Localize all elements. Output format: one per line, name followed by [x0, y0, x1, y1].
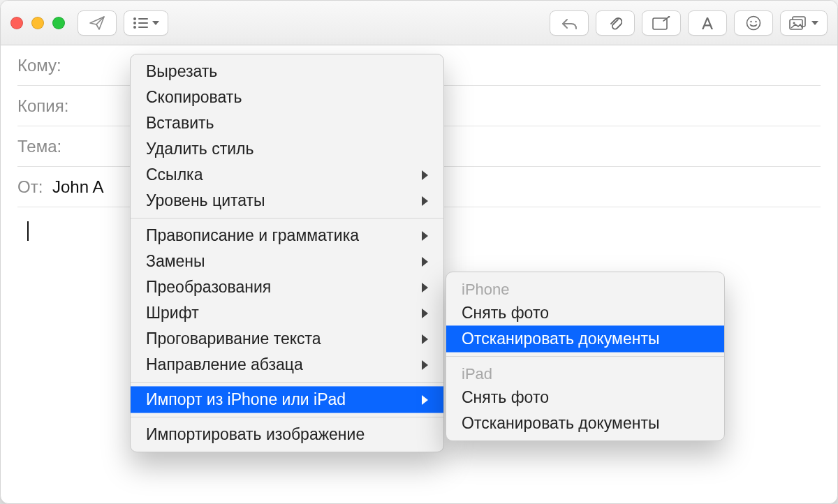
svg-point-4: [133, 26, 136, 29]
emoji-button[interactable]: [734, 10, 773, 36]
submenu-header-iphone: iPhone: [446, 276, 724, 300]
menu-item-spelling[interactable]: Правописание и грамматика: [131, 223, 443, 249]
chevron-down-icon: [152, 21, 159, 25]
minimize-window-button[interactable]: [31, 17, 44, 29]
submenu-arrow-icon: [422, 309, 428, 318]
menu-item-substitutions[interactable]: Замены: [131, 249, 443, 274]
paper-plane-icon: [89, 15, 105, 31]
submenu-item-ipad-scan-documents[interactable]: Отсканировать документы: [446, 410, 724, 436]
from-value: John A: [52, 177, 103, 197]
submenu-item-iphone-scan-documents[interactable]: Отсканировать документы: [446, 326, 724, 352]
submenu-header-ipad: iPad: [446, 361, 724, 385]
smiley-icon: [746, 15, 761, 31]
svg-point-0: [133, 17, 136, 20]
titlebar: [1, 1, 837, 45]
menu-item-paragraph-direction[interactable]: Направление абзаца: [131, 352, 443, 378]
context-menu: Вырезать Скопировать Вставить Удалить ст…: [130, 54, 444, 452]
svg-rect-5: [138, 27, 148, 28]
menu-item-font[interactable]: Шрифт: [131, 300, 443, 326]
svg-point-9: [750, 20, 751, 22]
svg-point-13: [793, 22, 795, 24]
cc-label: Копия:: [17, 96, 71, 116]
menu-item-quote-level[interactable]: Уровень цитаты: [131, 188, 443, 214]
menu-item-link[interactable]: Ссылка: [131, 162, 443, 188]
to-label: Кому:: [17, 56, 71, 75]
submenu-arrow-icon: [422, 170, 428, 180]
photo-browser-button[interactable]: [780, 10, 828, 36]
subject-label: Тема:: [17, 137, 71, 156]
menu-separator: [131, 417, 443, 417]
svg-rect-3: [138, 22, 148, 24]
submenu-arrow-icon: [422, 196, 428, 206]
reply-button[interactable]: [550, 10, 589, 36]
svg-point-7: [669, 16, 670, 17]
svg-rect-1: [138, 18, 148, 20]
list-icon: [133, 17, 148, 29]
submenu-arrow-icon: [422, 395, 428, 405]
paperclip-icon: [608, 15, 622, 31]
chevron-down-icon: [811, 21, 818, 25]
menu-item-paste[interactable]: Вставить: [131, 110, 443, 136]
import-submenu: iPhone Снять фото Отсканировать документ…: [446, 272, 725, 441]
submenu-item-iphone-take-photo[interactable]: Снять фото: [446, 300, 724, 326]
menu-item-speech[interactable]: Проговаривание текста: [131, 326, 443, 352]
attach-button[interactable]: [596, 10, 635, 36]
submenu-arrow-icon: [422, 360, 428, 370]
reply-arrow-icon: [561, 17, 578, 29]
format-button[interactable]: [688, 10, 727, 36]
close-window-button[interactable]: [10, 17, 23, 29]
submenu-arrow-icon: [422, 257, 428, 267]
menu-item-copy[interactable]: Скопировать: [131, 84, 443, 110]
mail-compose-window: Кому: Копия: Тема: От: John A Вырезать С…: [0, 0, 838, 504]
header-fields-button[interactable]: [124, 10, 168, 36]
send-button[interactable]: [78, 10, 117, 36]
window-controls: [10, 17, 65, 29]
menu-item-cut[interactable]: Вырезать: [131, 59, 443, 84]
menu-item-import-from-device[interactable]: Импорт из iPhone или iPad: [131, 387, 443, 413]
photos-icon: [789, 16, 807, 30]
menu-separator: [446, 356, 724, 357]
menu-item-transformations[interactable]: Преобразования: [131, 274, 443, 300]
svg-point-10: [755, 20, 756, 22]
svg-point-8: [747, 16, 760, 29]
menu-separator: [131, 382, 443, 383]
submenu-arrow-icon: [422, 283, 428, 292]
maximize-window-button[interactable]: [52, 17, 65, 29]
markup-icon: [652, 16, 670, 30]
svg-point-2: [133, 22, 136, 24]
font-a-icon: [700, 16, 714, 30]
text-caret: [27, 221, 29, 241]
submenu-arrow-icon: [422, 334, 428, 344]
submenu-item-ipad-take-photo[interactable]: Снять фото: [446, 385, 724, 410]
menu-item-import-image[interactable]: Импортировать изображение: [131, 422, 443, 447]
menu-item-remove-style[interactable]: Удалить стиль: [131, 136, 443, 162]
from-label: От:: [17, 177, 48, 197]
markup-button[interactable]: [642, 10, 681, 36]
submenu-arrow-icon: [422, 231, 428, 241]
menu-separator: [131, 218, 443, 218]
